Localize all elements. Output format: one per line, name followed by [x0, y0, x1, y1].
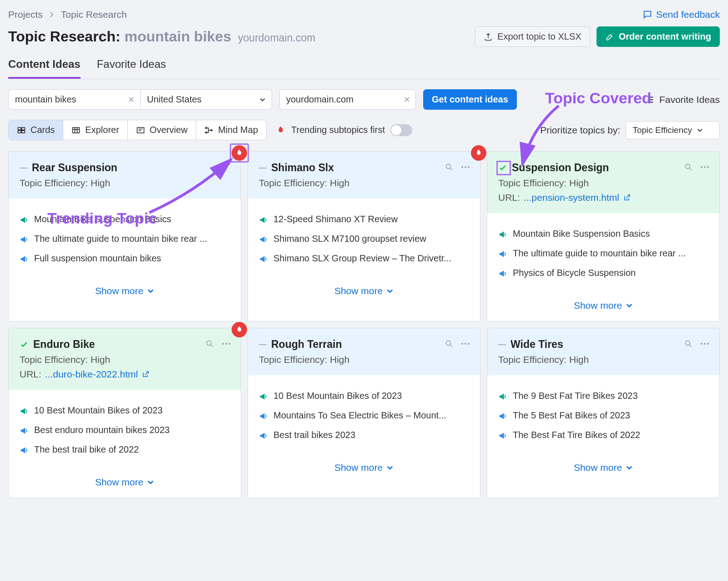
- search-icon[interactable]: [205, 339, 214, 348]
- show-more-link[interactable]: Show more: [334, 462, 394, 473]
- svg-point-22: [225, 343, 227, 345]
- svg-point-15: [468, 166, 470, 168]
- headline-text: Best trail bikes 2023: [273, 430, 355, 440]
- megaphone-icon: [498, 269, 507, 278]
- show-more-link[interactable]: Show more: [574, 462, 633, 473]
- svg-point-26: [465, 343, 466, 345]
- show-more-link[interactable]: Show more: [334, 285, 394, 296]
- more-icon[interactable]: [700, 166, 709, 168]
- headline-item[interactable]: The ultimate guide to mountain bike rear…: [20, 229, 230, 249]
- view-explorer-label: Explorer: [85, 125, 119, 135]
- headline-item[interactable]: 12-Speed Shimano XT Review: [259, 209, 469, 229]
- card-body: 10 Best Mountain Bikes of 2023Best endur…: [9, 390, 241, 470]
- card-header: Suspension DesignTopic Efficiency: HighU…: [487, 152, 719, 213]
- svg-rect-2: [18, 130, 21, 133]
- svg-point-23: [228, 343, 230, 345]
- topic-card: —Wide TiresTopic Efficiency: HighThe 9 B…: [487, 328, 720, 498]
- order-content-button[interactable]: Order content writing: [597, 26, 720, 47]
- headline-text: The ultimate guide to mountain bike rear…: [513, 248, 686, 259]
- svg-point-12: [446, 164, 450, 168]
- headline-item[interactable]: Best enduro mountain bikes 2023: [20, 420, 230, 440]
- svg-point-9: [222, 163, 224, 165]
- card-url-link[interactable]: ...duro-bike-2022.html: [45, 369, 138, 380]
- headline-item[interactable]: The best trail bike of 2022: [20, 440, 230, 459]
- view-overview[interactable]: Overview: [128, 120, 196, 140]
- more-icon[interactable]: [461, 342, 470, 345]
- prioritize-select[interactable]: Topic Efficiency: [626, 121, 720, 139]
- more-icon[interactable]: [222, 163, 231, 165]
- headline-text: Mountain Bike Suspension Basics: [34, 214, 171, 224]
- card-body: Mountain Bike Suspension BasicsThe ultim…: [9, 199, 241, 279]
- svg-point-19: [707, 166, 709, 168]
- card-url-link[interactable]: ...pension-system.html: [524, 192, 619, 203]
- headline-item[interactable]: Mountains To Sea Electric Bikes – Mount.…: [259, 406, 469, 425]
- headline-item[interactable]: Best trail bikes 2023: [259, 425, 469, 445]
- trending-toggle[interactable]: [390, 124, 412, 136]
- headline-text: Shimano SLX M7100 groupset review: [273, 234, 426, 244]
- card-efficiency: Topic Efficiency: High: [20, 178, 230, 189]
- view-mindmap[interactable]: Mind Map: [196, 120, 266, 140]
- svg-point-20: [207, 341, 211, 345]
- headline-item[interactable]: The 9 Best Fat Tire Bikes 2023: [498, 386, 708, 406]
- external-link-icon[interactable]: [623, 194, 631, 202]
- show-more-link[interactable]: Show more: [95, 285, 154, 296]
- clear-query-icon[interactable]: ✕: [128, 95, 135, 105]
- view-cards[interactable]: Cards: [9, 120, 63, 140]
- get-content-ideas-button[interactable]: Get content ideas: [423, 89, 517, 110]
- svg-rect-4: [73, 127, 80, 133]
- show-more-label: Show more: [95, 285, 143, 296]
- headline-item[interactable]: The Best Fat Tire Bikes of 2022: [498, 425, 708, 445]
- more-icon[interactable]: [222, 342, 231, 345]
- megaphone-icon: [20, 215, 29, 224]
- card-url: URL: ...pension-system.html: [498, 192, 708, 203]
- title-domain: yourdomain.com: [238, 32, 315, 44]
- more-icon[interactable]: [461, 166, 470, 168]
- topic-card: —Shimano SlxTopic Efficiency: High12-Spe…: [248, 151, 480, 321]
- card-title: Shimano Slx: [271, 162, 334, 174]
- megaphone-icon: [259, 392, 268, 401]
- dash-icon: —: [20, 163, 27, 173]
- svg-point-13: [461, 166, 463, 168]
- headline-item[interactable]: Mountain Bike Suspension Basics: [20, 209, 230, 229]
- headline-item[interactable]: Shimano SLX Group Review – The Drivetr..…: [259, 249, 469, 268]
- export-button[interactable]: Export topic to XLSX: [475, 26, 590, 47]
- tab-content-ideas[interactable]: Content Ideas: [8, 58, 81, 79]
- megaphone-icon: [498, 431, 507, 440]
- headline-item[interactable]: Full suspension mountain bikes: [20, 249, 230, 268]
- search-query-input[interactable]: [8, 89, 140, 110]
- headline-item[interactable]: Mountain Bike Suspension Basics: [498, 224, 708, 244]
- show-more-link[interactable]: Show more: [574, 300, 633, 311]
- cards-icon: [17, 126, 26, 135]
- location-select[interactable]: [140, 89, 272, 110]
- breadcrumb-projects[interactable]: Projects: [8, 9, 43, 20]
- view-explorer[interactable]: Explorer: [63, 120, 127, 140]
- external-link-icon[interactable]: [142, 370, 150, 378]
- card-efficiency: Topic Efficiency: High: [498, 354, 708, 365]
- headline-item[interactable]: Shimano SLX M7100 groupset review: [259, 229, 469, 249]
- search-icon[interactable]: [684, 339, 693, 348]
- search-icon[interactable]: [445, 163, 454, 172]
- svg-point-14: [465, 166, 466, 168]
- send-feedback-link[interactable]: Send feedback: [642, 9, 720, 20]
- svg-point-27: [468, 343, 470, 345]
- more-icon[interactable]: [700, 342, 709, 345]
- megaphone-icon: [498, 392, 507, 401]
- prioritize-label: Prioritize topics by:: [540, 125, 620, 136]
- search-icon[interactable]: [445, 339, 454, 348]
- show-more-label: Show more: [334, 462, 383, 473]
- clear-domain-icon[interactable]: ✕: [404, 95, 410, 105]
- headline-item[interactable]: The 5 Best Fat Bikes of 2023: [498, 406, 708, 425]
- show-more-link[interactable]: Show more: [95, 477, 154, 488]
- svg-point-30: [704, 343, 706, 345]
- headline-item[interactable]: 10 Best Mountain Bikes of 2023: [259, 386, 469, 406]
- svg-point-16: [685, 164, 690, 168]
- favorite-ideas-link[interactable]: Favorite Ideas: [645, 94, 720, 105]
- chevron-down-icon: [386, 464, 394, 471]
- headline-item[interactable]: Physics of Bicycle Suspension: [498, 263, 708, 283]
- domain-input[interactable]: [279, 89, 416, 110]
- card-header: —Rear SuspensionTopic Efficiency: High: [9, 152, 241, 199]
- headline-item[interactable]: 10 Best Mountain Bikes of 2023: [20, 401, 230, 420]
- search-icon[interactable]: [684, 163, 693, 172]
- headline-item[interactable]: The ultimate guide to mountain bike rear…: [498, 244, 708, 263]
- tab-favorite-ideas[interactable]: Favorite Ideas: [97, 58, 166, 79]
